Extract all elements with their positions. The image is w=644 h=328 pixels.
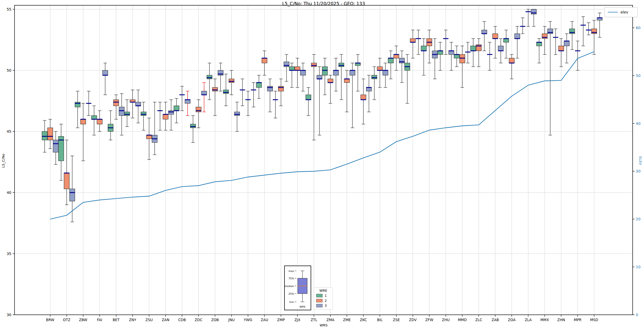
y-axis-label-right: ELEV <box>638 145 642 177</box>
boxplot-ZOB-wre3 <box>218 63 223 91</box>
boxplot-ZAU-wre1 <box>256 75 262 98</box>
boxplot-BIL-wre1 <box>372 67 377 100</box>
boxplot-ZJX-wre2 <box>295 58 300 88</box>
boxplot-ZMA-wre2 <box>328 75 333 103</box>
boxplot-BRW-wre3 <box>53 131 58 165</box>
wre-swatch-1 <box>316 294 323 297</box>
boxplot-MSD-wre1 <box>586 23 591 35</box>
xtick-label-ZOB: ZOB <box>211 318 219 322</box>
x-axis-label: WRS <box>15 323 633 327</box>
ytick-label-right-20: 20 <box>636 217 641 221</box>
boxplot-YWG-wre3 <box>251 83 256 107</box>
xtick-label-ZTL: ZTL <box>311 318 317 322</box>
boxplot-ZDC-wre3 <box>202 83 207 112</box>
boxplot-ZAU-wre2 <box>262 51 267 75</box>
boxplot-JNU-wre3 <box>234 102 240 131</box>
xtick-label-JNU: JNU <box>228 318 235 322</box>
boxplot-FAI-wre1 <box>91 106 97 135</box>
xtick-label-ZHU: ZHU <box>442 318 450 322</box>
boxplot-ZLC-wre1 <box>470 39 476 67</box>
boxplot-ZME-wre2 <box>344 70 349 112</box>
boxplot-ZKC-wre2 <box>361 79 366 124</box>
elev-legend-label: elev <box>620 10 628 14</box>
xtick-label-ZAU: ZAU <box>261 318 268 322</box>
boxplot-JNU-wre2 <box>229 70 234 95</box>
xtick-label-ZMA: ZMA <box>326 318 335 322</box>
wre-swatch-3 <box>316 304 323 307</box>
wre-legend-entry-3: 3 <box>316 304 330 308</box>
boxplot-ZOA-wre2 <box>509 54 514 79</box>
boxplot-ZJX-wre1 <box>289 63 295 87</box>
wre-legend-entry-1: 1 <box>316 294 330 298</box>
boxplot-BIL-wre3 <box>383 63 388 87</box>
xtick-label-ZBW: ZBW <box>79 318 87 322</box>
xtick-label-BET: BET <box>113 318 120 322</box>
boxplot-ZMA-wre1 <box>322 58 328 95</box>
xtick-label-ZFW: ZFW <box>425 318 433 322</box>
xtick-label-ZDC: ZDC <box>195 318 202 322</box>
boxplot-BRW-wre1 <box>42 120 47 152</box>
xtick-label-MPR: MPR <box>574 318 581 322</box>
boxplot-ZHN-wre2 <box>558 39 564 67</box>
ytick-label-left-55: 55 <box>7 7 11 11</box>
wre-legend-entry-2: 2 <box>316 299 330 303</box>
boxplot-ZDV-wre1 <box>405 54 410 103</box>
boxplot-ZNY-wre1 <box>124 100 130 127</box>
chart-title: L5_C/No: Thu 11/20/2025 - GEO: 133 <box>15 1 633 6</box>
inset-label-min: min <box>289 300 294 303</box>
boxplot-ZLA-wre1 <box>520 18 525 34</box>
boxplot-BIL-wre2 <box>377 58 382 88</box>
inset-label-p25: 25% <box>288 292 294 295</box>
inset-label-median: median <box>284 285 294 288</box>
boxplot-ZSE-wre3 <box>399 51 404 83</box>
boxplot-CDB-wre1 <box>174 98 179 123</box>
xtick-label-ZSE: ZSE <box>393 318 400 322</box>
boxplot-ZME-wre3 <box>350 63 355 128</box>
xtick-label-BRW: BRW <box>46 318 54 322</box>
boxplot-MPR-wre3 <box>581 17 586 46</box>
boxplot-ZSU-wre2 <box>146 118 152 160</box>
xtick-label-ZAN: ZAN <box>162 318 170 322</box>
boxplot-ZMA-wre3 <box>333 58 339 91</box>
boxplot-ZOA-wre3 <box>515 26 520 58</box>
boxplot-ZME-wre1 <box>339 54 344 100</box>
xtick-label-FAI: FAI <box>97 318 102 322</box>
boxplot-CDB-wre3 <box>185 91 190 116</box>
boxplot-OTZ-wre1 <box>58 124 64 180</box>
ytick-label-right-0: 0 <box>636 313 638 317</box>
boxplot-BET-wre1 <box>108 111 113 140</box>
wre-swatch-label: 2 <box>325 299 327 303</box>
boxplot-ZMP-wre2 <box>278 79 284 106</box>
xtick-label-ZNY: ZNY <box>129 318 136 322</box>
boxplot-ZOA-wre1 <box>503 30 509 58</box>
xtick-label-MMX: MMX <box>540 318 549 322</box>
boxplot-ZKC-wre1 <box>355 54 361 91</box>
boxplot-MMX-wre2 <box>542 26 547 54</box>
inset-xlabel: WRS <box>300 305 305 308</box>
boxplot-ZKC-wre3 <box>366 75 372 112</box>
ytick-label-right-60: 60 <box>636 26 641 30</box>
ytick-label-left-45: 45 <box>7 129 11 134</box>
boxplot-YWG-wre2 <box>245 91 251 116</box>
xtick-label-ZME: ZME <box>343 318 351 322</box>
xtick-label-ZKC: ZKC <box>360 318 367 322</box>
boxplot-ZFW-wre1 <box>421 39 426 75</box>
boxplot-ZLC-wre2 <box>476 39 481 67</box>
boxplot-ZMP-wre3 <box>284 54 289 81</box>
xtick-label-ZOA: ZOA <box>508 318 516 322</box>
boxplot-ZHU-wre1 <box>438 42 443 70</box>
boxplot-ZDC-wre2 <box>196 100 201 128</box>
boxplot-BRW-wre2 <box>48 119 53 149</box>
boxplot-MPR-wre2 <box>575 41 580 70</box>
boxplot-BET-wre3 <box>119 94 124 135</box>
boxplot-FAI-wre2 <box>97 111 102 131</box>
boxplot-ZAB-wre1 <box>487 42 492 70</box>
boxplot-FAI-wre3 <box>102 63 108 95</box>
xtick-label-ZAB: ZAB <box>492 318 499 322</box>
boxplot-ZSE-wre2 <box>394 46 399 70</box>
boxplot-ZLC-wre3 <box>482 21 487 51</box>
boxplot-ZSE-wre1 <box>388 51 393 79</box>
boxplot-ZHU-wre3 <box>449 42 454 70</box>
boxplot-JNU-wre1 <box>223 74 228 106</box>
boxplot-ZHN-wre3 <box>564 34 569 63</box>
